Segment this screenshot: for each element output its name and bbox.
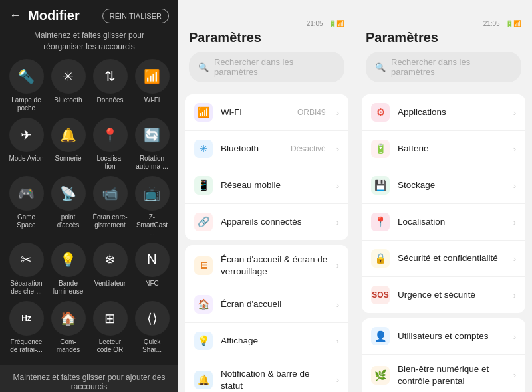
bt-settings-icon: ✳ [194,140,213,158]
tile-label: Localisa-tion [92,155,128,171]
settings-item-wifi[interactable]: 📶 Wi-Fi ORBI49 › [185,94,348,131]
tile-hotspot[interactable]: 📡 point d'accès [50,176,86,237]
users-icon: 👤 [371,327,390,345]
wellbeing-chevron: › [513,370,516,380]
hz-icon: Hz [9,301,44,336]
tile-rotation[interactable]: 🔄 Rotation auto-ma-... [134,118,170,171]
right-search-placeholder: Rechercher dans les paramètres [391,57,512,77]
wifi-label: Wi-Fi [221,106,289,118]
right-settings-list: ⚙ Applications › 🔋 Batterie › 💾 Stockage… [355,89,532,392]
tile-location[interactable]: 📍 Localisa-tion [92,118,128,171]
light-icon: 💡 [51,243,86,277]
settings-item-lockscreen[interactable]: 🖥 Écran d'accueil & écran de verrouillag… [185,245,348,286]
mobile-chevron: › [336,181,339,191]
apps-icon: ⚙ [371,103,390,122]
tile-data[interactable]: ⇅ Données [92,59,128,112]
tile-quickshare[interactable]: ⟨⟩ Quick Shar... [134,301,170,354]
back-button[interactable]: ← [9,9,21,23]
middle-status-bar: 21:05 🔋📶 [189,20,344,27]
users-label: Utilisateurs et comptes [398,330,505,342]
apps-chevron: › [513,108,516,118]
tile-bluetooth[interactable]: ✳ Bluetooth [50,59,86,112]
tile-label: Séparation des che-... [8,280,45,296]
wifi-settings-icon: 📶 [194,103,213,122]
tile-label: Mode Avion [9,155,43,163]
tile-sound[interactable]: 🔔 Sonnerie [50,118,86,171]
bt-value: Désactivé [291,144,326,153]
right-search-icon: 🔍 [375,62,386,72]
tile-light[interactable]: 💡 Bande lumineuse [50,243,86,296]
settings-item-home[interactable]: 🏠 Écran d'accueil › [185,286,348,323]
middle-section-connectivity: 📶 Wi-Fi ORBI49 › ✳ Bluetooth Désactivé ›… [185,94,348,240]
tile-hz[interactable]: Hz Fréquence de rafrai-... [8,301,45,354]
tile-qr[interactable]: ⊞ Lecteur code QR [92,301,128,354]
modifier-title: Modifier [28,8,96,23]
tile-gamespace[interactable]: 🎮 Game Space [8,176,45,237]
tile-smartcast[interactable]: 📺 Z-SmartCast ... [134,176,170,237]
home-label: Écran d'accueil [221,298,329,310]
tile-wifi[interactable]: 📶 Wi-Fi [134,59,170,112]
settings-item-display[interactable]: 💡 Affichage › [185,323,348,359]
middle-search-box[interactable]: 🔍 Rechercher dans les paramètres [189,52,344,82]
tile-label: Bande lumineuse [50,280,86,296]
security-chevron: › [513,254,516,264]
right-search-box[interactable]: 🔍 Rechercher dans les paramètres [366,52,521,82]
mobile-label: Réseau mobile [221,179,329,191]
settings-item-notif[interactable]: 🔔 Notification & barre de statut › [185,359,348,392]
settings-item-mobile[interactable]: 📱 Réseau mobile › [185,167,348,204]
connected-chevron: › [336,217,339,227]
wifi-value: ORBI49 [297,108,326,117]
tile-controls[interactable]: 🏠 Com-mandes [50,301,86,354]
tile-airplane[interactable]: ✈ Mode Avion [8,118,45,171]
settings-item-battery[interactable]: 🔋 Batterie › [362,131,525,167]
security-label: Sécurité et confidentialité [398,252,505,264]
notif-icon: 🔔 [194,371,213,389]
left-header: ← Modifier RÉINITIALISER [0,0,178,27]
modifier-panel: ← Modifier RÉINITIALISER Maintenez et fa… [0,0,178,392]
add-subtitle: Maintenez et faites glisser pour ajouter… [9,370,169,392]
notif-chevron: › [336,375,339,385]
tile-nfc[interactable]: N NFC [134,243,170,296]
display-label: Affichage [221,335,329,347]
middle-settings-list: 📶 Wi-Fi ORBI49 › ✳ Bluetooth Désactivé ›… [178,89,355,392]
lockscreen-icon: 🖥 [194,256,213,275]
reinit-button[interactable]: RÉINITIALISER [102,9,169,23]
tile-screenrecord[interactable]: 📹 Écran enre-gistrement [92,176,128,237]
settings-item-location[interactable]: 📍 Localisation › [362,204,525,241]
rotation-icon: 🔄 [135,118,170,152]
wifi-chevron: › [336,108,339,118]
location-label: Localisation [398,216,505,228]
smartcast-icon: 📺 [135,176,170,211]
middle-search-placeholder: Rechercher dans les paramètres [214,57,335,77]
add-section: Maintenez et faites glisser pour ajouter… [0,365,178,392]
screenrecord-icon: 📹 [93,176,128,211]
tile-label: Données [96,96,123,104]
bluetooth-icon: ✳ [51,59,86,94]
settings-item-emergency[interactable]: SOS Urgence et sécurité › [362,277,525,313]
nfc-icon: N [135,243,170,277]
wifi-icon: 📶 [135,59,170,94]
emergency-label: Urgence et sécurité [398,289,505,301]
tile-label: point d'accès [50,213,86,229]
tile-label: NFC [145,280,159,288]
settings-item-bluetooth[interactable]: ✳ Bluetooth Désactivé › [185,131,348,167]
tile-fan[interactable]: ❄ Ventilateur [92,243,128,296]
right-status-bar: 21:05 🔋📶 [366,20,521,27]
left-subtitle: Maintenez et faites glisser pour réorgan… [0,27,178,59]
settings-item-users[interactable]: 👤 Utilisateurs et comptes › [362,318,525,355]
sound-icon: 🔔 [51,118,86,152]
settings-item-security[interactable]: 🔒 Sécurité et confidentialité › [362,241,525,277]
users-chevron: › [513,332,516,342]
location-settings-icon: 📍 [371,213,390,231]
settings-item-connected[interactable]: 🔗 Appareils connectés › [185,204,348,240]
settings-item-wellbeing[interactable]: 🌿 Bien-être numérique et contrôle parent… [362,355,525,392]
lockscreen-chevron: › [336,260,339,270]
settings-item-storage[interactable]: 💾 Stockage › [362,167,525,204]
tile-flashlight[interactable]: 🔦 Lampe de poche [8,59,45,112]
tile-split[interactable]: ✂ Séparation des che-... [8,243,45,296]
wellbeing-icon: 🌿 [371,366,390,385]
qr-icon: ⊞ [93,301,128,336]
settings-item-apps[interactable]: ⚙ Applications › [362,94,525,131]
location-icon: 📍 [93,118,128,152]
apps-label: Applications [398,106,505,118]
